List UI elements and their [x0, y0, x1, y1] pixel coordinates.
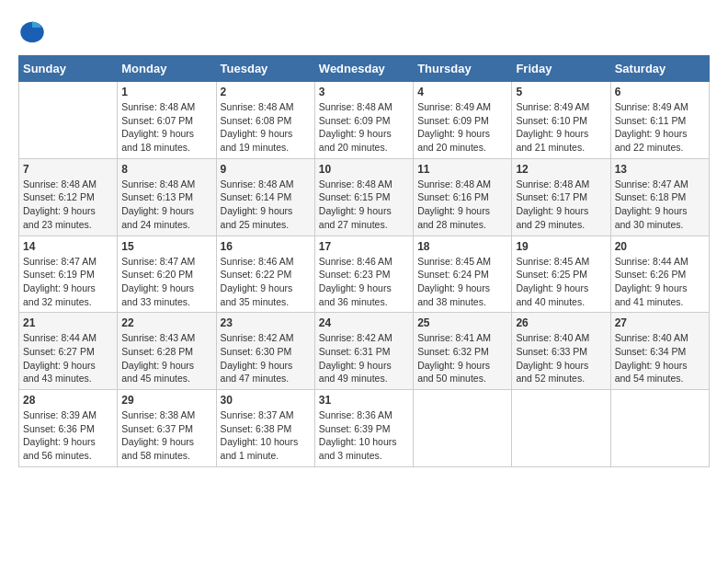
week-row-2: 7Sunrise: 8:48 AMSunset: 6:12 PMDaylight…	[19, 158, 710, 236]
calendar-cell: 24Sunrise: 8:42 AMSunset: 6:31 PMDayligh…	[314, 313, 413, 390]
day-info: Sunrise: 8:40 AMSunset: 6:34 PMDaylight:…	[615, 331, 705, 385]
calendar-cell: 5Sunrise: 8:49 AMSunset: 6:10 PMDaylight…	[512, 82, 610, 159]
calendar-cell: 19Sunrise: 8:45 AMSunset: 6:25 PMDayligh…	[512, 236, 610, 313]
day-header-monday: Monday	[118, 56, 216, 82]
day-number: 12	[516, 163, 606, 176]
calendar-cell: 31Sunrise: 8:36 AMSunset: 6:39 PMDayligh…	[314, 390, 413, 467]
calendar-cell	[610, 390, 709, 467]
day-info: Sunrise: 8:48 AMSunset: 6:16 PMDaylight:…	[417, 178, 507, 232]
day-info: Sunrise: 8:49 AMSunset: 6:09 PMDaylight:…	[417, 100, 507, 155]
day-info: Sunrise: 8:42 AMSunset: 6:31 PMDaylight:…	[319, 331, 409, 385]
week-row-5: 28Sunrise: 8:39 AMSunset: 6:36 PMDayligh…	[19, 390, 710, 467]
day-info: Sunrise: 8:45 AMSunset: 6:24 PMDaylight:…	[417, 255, 507, 309]
calendar-cell: 16Sunrise: 8:46 AMSunset: 6:22 PMDayligh…	[216, 236, 314, 313]
day-number: 29	[121, 394, 211, 407]
day-info: Sunrise: 8:47 AMSunset: 6:20 PMDaylight:…	[121, 255, 211, 309]
day-number: 27	[615, 316, 705, 329]
day-number: 26	[516, 316, 606, 329]
day-header-thursday: Thursday	[414, 56, 512, 82]
day-info: Sunrise: 8:42 AMSunset: 6:30 PMDaylight:…	[221, 331, 311, 385]
logo-icon	[18, 18, 46, 46]
logo	[18, 18, 50, 46]
calendar-cell: 14Sunrise: 8:47 AMSunset: 6:19 PMDayligh…	[19, 236, 118, 313]
calendar-cell: 9Sunrise: 8:48 AMSunset: 6:14 PMDaylight…	[216, 158, 314, 236]
day-info: Sunrise: 8:48 AMSunset: 6:13 PMDaylight:…	[121, 178, 211, 232]
day-number: 14	[23, 240, 113, 253]
calendar-cell: 20Sunrise: 8:44 AMSunset: 6:26 PMDayligh…	[610, 236, 709, 313]
day-info: Sunrise: 8:48 AMSunset: 6:17 PMDaylight:…	[516, 178, 606, 232]
day-number: 28	[23, 394, 113, 407]
calendar-cell	[414, 390, 512, 467]
day-info: Sunrise: 8:47 AMSunset: 6:19 PMDaylight:…	[23, 255, 113, 309]
calendar-cell: 4Sunrise: 8:49 AMSunset: 6:09 PMDaylight…	[414, 82, 512, 159]
day-info: Sunrise: 8:38 AMSunset: 6:37 PMDaylight:…	[121, 408, 211, 463]
day-header-saturday: Saturday	[610, 56, 709, 82]
day-number: 21	[23, 316, 113, 329]
calendar-cell: 10Sunrise: 8:48 AMSunset: 6:15 PMDayligh…	[314, 158, 413, 236]
calendar-cell: 29Sunrise: 8:38 AMSunset: 6:37 PMDayligh…	[118, 390, 216, 467]
calendar-cell: 30Sunrise: 8:37 AMSunset: 6:38 PMDayligh…	[216, 390, 314, 467]
day-info: Sunrise: 8:48 AMSunset: 6:09 PMDaylight:…	[319, 100, 409, 155]
day-info: Sunrise: 8:37 AMSunset: 6:38 PMDaylight:…	[221, 408, 311, 463]
day-info: Sunrise: 8:43 AMSunset: 6:28 PMDaylight:…	[121, 331, 211, 385]
calendar-cell	[19, 82, 118, 159]
day-info: Sunrise: 8:47 AMSunset: 6:18 PMDaylight:…	[615, 178, 705, 232]
day-number: 5	[516, 86, 606, 98]
day-number: 22	[121, 316, 211, 329]
day-number: 15	[121, 240, 211, 253]
day-number: 17	[319, 240, 409, 253]
day-number: 24	[319, 316, 409, 329]
day-number: 11	[417, 163, 507, 176]
day-info: Sunrise: 8:41 AMSunset: 6:32 PMDaylight:…	[417, 331, 507, 385]
week-row-4: 21Sunrise: 8:44 AMSunset: 6:27 PMDayligh…	[19, 313, 710, 390]
day-number: 25	[417, 316, 507, 329]
day-number: 31	[319, 394, 409, 407]
day-number: 10	[319, 163, 409, 176]
day-number: 30	[221, 394, 311, 407]
day-info: Sunrise: 8:48 AMSunset: 6:15 PMDaylight:…	[319, 178, 409, 232]
calendar-cell: 25Sunrise: 8:41 AMSunset: 6:32 PMDayligh…	[414, 313, 512, 390]
calendar-cell: 3Sunrise: 8:48 AMSunset: 6:09 PMDaylight…	[314, 82, 413, 159]
day-number: 9	[221, 163, 311, 176]
day-info: Sunrise: 8:45 AMSunset: 6:25 PMDaylight:…	[516, 255, 606, 309]
calendar-cell: 28Sunrise: 8:39 AMSunset: 6:36 PMDayligh…	[19, 390, 118, 467]
calendar-cell: 2Sunrise: 8:48 AMSunset: 6:08 PMDaylight…	[216, 82, 314, 159]
day-number: 2	[221, 86, 311, 98]
day-number: 16	[221, 240, 311, 253]
calendar-cell: 17Sunrise: 8:46 AMSunset: 6:23 PMDayligh…	[314, 236, 413, 313]
week-row-3: 14Sunrise: 8:47 AMSunset: 6:19 PMDayligh…	[19, 236, 710, 313]
calendar-header-row: SundayMondayTuesdayWednesdayThursdayFrid…	[19, 56, 710, 82]
day-header-tuesday: Tuesday	[216, 56, 314, 82]
day-info: Sunrise: 8:44 AMSunset: 6:27 PMDaylight:…	[23, 331, 113, 385]
day-number: 1	[121, 86, 211, 98]
day-number: 4	[417, 86, 507, 98]
day-header-sunday: Sunday	[19, 56, 118, 82]
calendar-cell: 22Sunrise: 8:43 AMSunset: 6:28 PMDayligh…	[118, 313, 216, 390]
day-info: Sunrise: 8:48 AMSunset: 6:08 PMDaylight:…	[221, 100, 311, 155]
calendar-cell: 11Sunrise: 8:48 AMSunset: 6:16 PMDayligh…	[414, 158, 512, 236]
day-header-wednesday: Wednesday	[314, 56, 413, 82]
day-info: Sunrise: 8:39 AMSunset: 6:36 PMDaylight:…	[23, 408, 113, 463]
calendar-cell: 6Sunrise: 8:49 AMSunset: 6:11 PMDaylight…	[610, 82, 709, 159]
calendar-cell: 1Sunrise: 8:48 AMSunset: 6:07 PMDaylight…	[118, 82, 216, 159]
day-number: 6	[615, 86, 705, 98]
calendar-cell	[512, 390, 610, 467]
header	[18, 18, 710, 46]
day-number: 23	[221, 316, 311, 329]
calendar-cell: 23Sunrise: 8:42 AMSunset: 6:30 PMDayligh…	[216, 313, 314, 390]
day-info: Sunrise: 8:46 AMSunset: 6:22 PMDaylight:…	[221, 255, 311, 309]
day-number: 13	[615, 163, 705, 176]
calendar-cell: 26Sunrise: 8:40 AMSunset: 6:33 PMDayligh…	[512, 313, 610, 390]
day-number: 7	[23, 163, 113, 176]
calendar-cell: 27Sunrise: 8:40 AMSunset: 6:34 PMDayligh…	[610, 313, 709, 390]
day-number: 19	[516, 240, 606, 253]
day-info: Sunrise: 8:40 AMSunset: 6:33 PMDaylight:…	[516, 331, 606, 385]
day-number: 3	[319, 86, 409, 98]
calendar-cell: 13Sunrise: 8:47 AMSunset: 6:18 PMDayligh…	[610, 158, 709, 236]
day-info: Sunrise: 8:36 AMSunset: 6:39 PMDaylight:…	[319, 408, 409, 463]
day-info: Sunrise: 8:49 AMSunset: 6:11 PMDaylight:…	[615, 100, 705, 155]
day-info: Sunrise: 8:48 AMSunset: 6:07 PMDaylight:…	[121, 100, 211, 155]
calendar-table: SundayMondayTuesdayWednesdayThursdayFrid…	[18, 55, 710, 467]
calendar-cell: 8Sunrise: 8:48 AMSunset: 6:13 PMDaylight…	[118, 158, 216, 236]
day-info: Sunrise: 8:44 AMSunset: 6:26 PMDaylight:…	[615, 255, 705, 309]
